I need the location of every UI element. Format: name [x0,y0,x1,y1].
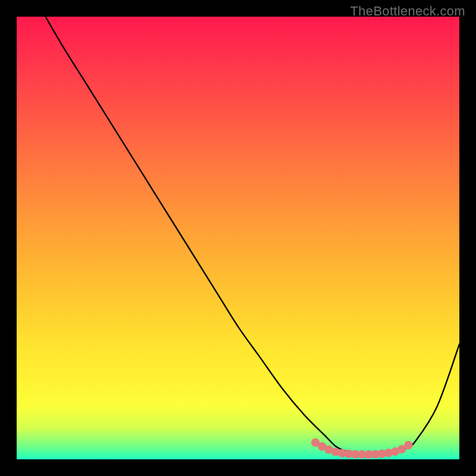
bottleneck-curve [17,17,459,455]
curve-layer [17,17,459,459]
curve-marker [404,441,412,449]
plot-area [17,17,459,459]
chart-stage: TheBottleneck.com [0,0,476,476]
bottom-marker-cluster [311,439,413,459]
